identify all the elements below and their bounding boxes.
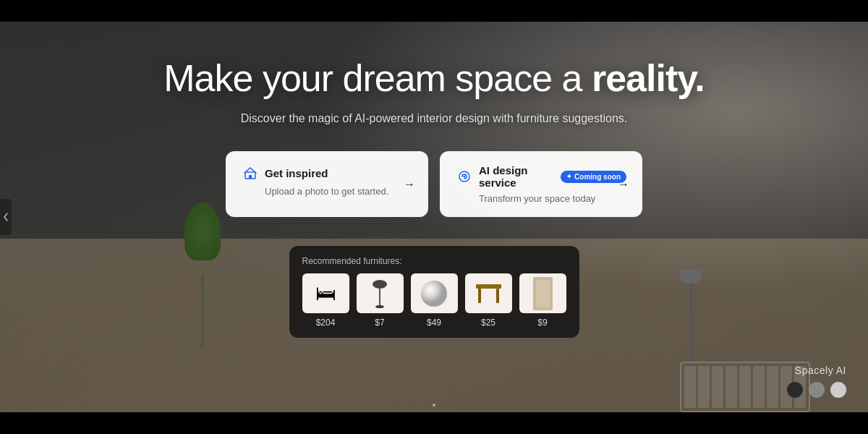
card-2-arrow: → [618, 178, 629, 191]
svg-point-3 [464, 176, 466, 178]
svg-point-7 [421, 281, 447, 307]
hero-content: Make your dream space a reality. Discove… [0, 0, 868, 434]
furniture-img-orb [411, 273, 458, 313]
svg-rect-8 [476, 284, 501, 289]
svg-rect-10 [496, 289, 499, 303]
card-1-description: Upload a photo to get started. [242, 186, 412, 197]
svg-rect-12 [536, 280, 550, 307]
furniture-price-bed: $204 [316, 318, 336, 328]
ai-card-header: AI design service ✦ Coming soon → [456, 164, 626, 189]
badge-star-icon: ✦ [566, 173, 572, 180]
furniture-item-table[interactable]: $25 [465, 273, 512, 328]
furniture-price-panel: $9 [537, 318, 547, 328]
left-nav-arrow[interactable] [0, 199, 12, 235]
furniture-img-table [465, 273, 512, 313]
coming-soon-badge: ✦ Coming soon [561, 171, 626, 183]
furniture-price-orb: $49 [427, 318, 441, 328]
ai-card-description: Transform your space today [456, 193, 626, 204]
pagination-dot-2[interactable] [809, 382, 825, 398]
card-header: Get inspired → [242, 164, 412, 182]
hero-section: Make your dream space a reality. Discove… [0, 0, 868, 434]
furniture-img-bed: 🛏 [302, 273, 349, 313]
home-icon [242, 164, 259, 182]
svg-rect-5 [379, 289, 380, 306]
furniture-label: Recommended furnitures: [302, 256, 566, 266]
furniture-img-lamp [357, 273, 404, 313]
brand-name: Spacely AI [787, 365, 846, 376]
furniture-item-lamp[interactable]: $7 [357, 273, 404, 328]
ai-card-title: AI design service [479, 164, 555, 189]
svg-rect-1 [249, 175, 252, 179]
brand-area: Spacely AI [787, 365, 846, 398]
pagination [787, 382, 846, 398]
top-bar [0, 0, 868, 22]
pagination-dot-3[interactable] [830, 382, 846, 398]
ai-design-card[interactable]: AI design service ✦ Coming soon → Transf… [440, 151, 642, 217]
action-cards: Get inspired → Upload a photo to get sta… [226, 151, 642, 217]
card-1-title: Get inspired [265, 167, 412, 179]
furniture-panel: Recommended furnitures: 🛏 $204 $7 [289, 246, 579, 338]
furniture-item-bed[interactable]: 🛏 $204 [302, 273, 349, 328]
svg-rect-9 [478, 289, 481, 303]
svg-point-4 [373, 280, 387, 289]
card-1-arrow: → [404, 178, 415, 191]
ai-design-icon [456, 168, 473, 185]
hero-title: Make your dream space a reality. [163, 58, 704, 99]
svg-point-6 [375, 305, 384, 308]
bottom-bar [0, 412, 868, 434]
furniture-item-panel[interactable]: $9 [519, 273, 566, 328]
get-inspired-card[interactable]: Get inspired → Upload a photo to get sta… [226, 151, 428, 217]
furniture-item-orb[interactable]: $49 [411, 273, 458, 328]
hero-subtitle: Discover the magic of AI-powered interio… [241, 112, 627, 125]
slide-indicator [433, 404, 435, 407]
furniture-items: 🛏 $204 $7 [302, 273, 566, 328]
furniture-img-panel [519, 273, 566, 313]
furniture-price-lamp: $7 [375, 318, 384, 328]
furniture-price-table: $25 [481, 318, 495, 328]
pagination-dot-1[interactable] [787, 382, 803, 398]
